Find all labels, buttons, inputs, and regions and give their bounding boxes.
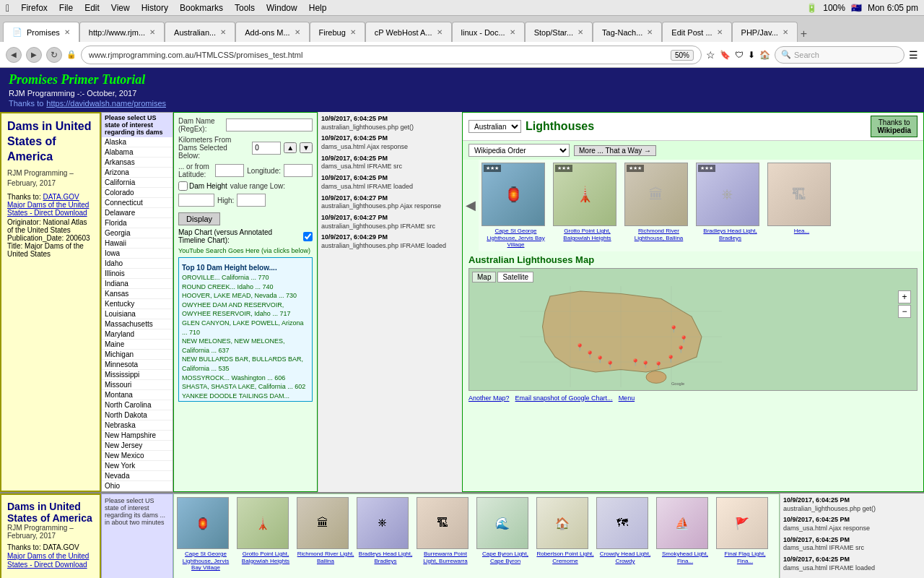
state-item-15[interactable]: Kansas [102, 289, 173, 299]
thumb-label-1[interactable]: Grotto Point Light, Balgowlah Heights [553, 228, 622, 241]
download-icon[interactable]: ⬇ [748, 50, 755, 60]
bottom-thumb-label-6[interactable]: Robertson Point Light, Cremorne [536, 551, 594, 564]
map-footer-link-1[interactable]: Email snapshot of Google Chart... [515, 394, 613, 402]
tab-php[interactable]: PHP/Jav... ✕ [732, 22, 798, 42]
bottom-thumb-label-2[interactable]: Richmond River Light, Ballina [297, 551, 354, 564]
menu-history[interactable]: History [141, 3, 168, 13]
menu-firefox[interactable]: Firefox [21, 3, 48, 13]
menu-bookmarks[interactable]: Bookmarks [180, 3, 223, 13]
state-item-18[interactable]: Massachusetts [102, 319, 173, 329]
state-item-23[interactable]: Mississippi [102, 370, 173, 380]
map-tab-satellite[interactable]: Satellite [497, 272, 533, 282]
state-item-31[interactable]: New Mexico [102, 451, 173, 461]
datagov-link[interactable]: DATA.GOV Major Dams of the United States… [7, 193, 89, 217]
state-item-9[interactable]: Georgia [102, 228, 173, 238]
bottom-thumb-label-5[interactable]: Cape Byron Light, Cape Byron [476, 551, 534, 564]
tab-close-0[interactable]: ✕ [64, 28, 70, 36]
state-item-1[interactable]: Alabama [102, 147, 173, 158]
thumb-label-2[interactable]: Richmond River Lighthouse, Ballina [624, 228, 693, 241]
km-down-btn[interactable]: ▼ [300, 142, 313, 153]
map-footer-link-2[interactable]: Menu [619, 394, 635, 402]
state-item-27[interactable]: North Dakota [102, 410, 173, 420]
height-high-input[interactable] [237, 194, 266, 207]
bottom-thumb-label-8[interactable]: Smokyhead Light, Fina... [656, 551, 714, 564]
search-bar[interactable]: 🔍 Search [775, 46, 905, 64]
tab-close-9[interactable]: ✕ [717, 28, 723, 36]
menu-view[interactable]: View [111, 3, 130, 13]
state-item-19[interactable]: Maryland [102, 329, 173, 340]
tab-close-8[interactable]: ✕ [647, 28, 653, 36]
country-dropdown[interactable]: Australian [468, 120, 521, 133]
state-item-3[interactable]: Arizona [102, 168, 173, 178]
tab-addons[interactable]: Add-ons M... ✕ [235, 22, 309, 42]
lat-input[interactable] [215, 164, 244, 177]
thumb-prev-btn[interactable]: ◀ [463, 197, 479, 213]
state-item-0[interactable]: Alaska [102, 137, 173, 147]
state-item-25[interactable]: Montana [102, 390, 173, 400]
bottom-thumb-label-4[interactable]: Burrewarra Point Light, Burrewarra [417, 551, 474, 564]
tab-close-4[interactable]: ✕ [350, 28, 356, 36]
tab-stop[interactable]: Stop/Star... ✕ [525, 22, 593, 42]
tab-edit[interactable]: Edit Post ... ✕ [662, 22, 731, 42]
url-bar[interactable]: www.rjmprogramming.com.au/HTMLCSS/promis… [81, 46, 702, 64]
state-item-24[interactable]: Missouri [102, 380, 173, 390]
menu-tools[interactable]: Tools [235, 3, 255, 13]
state-item-33[interactable]: Nevada [102, 471, 173, 481]
state-item-4[interactable]: California [102, 178, 173, 188]
height-low-input[interactable] [178, 194, 214, 207]
map-zoom-in[interactable]: + [898, 290, 911, 303]
tab-firebug[interactable]: Firebug ✕ [310, 22, 365, 42]
map-footer-link-0[interactable]: Another Map? [468, 394, 510, 402]
height-checkbox[interactable] [178, 181, 188, 191]
state-item-20[interactable]: Maine [102, 340, 173, 350]
state-item-29[interactable]: New Hampshire [102, 431, 173, 441]
state-item-13[interactable]: Illinois [102, 269, 173, 279]
state-item-16[interactable]: Kentucky [102, 299, 173, 309]
new-tab-button[interactable]: + [798, 27, 810, 40]
tab-promises[interactable]: 📄 Promises ✕ [3, 22, 79, 42]
map-zoom-out[interactable]: − [898, 305, 911, 318]
state-item-30[interactable]: New Jersey [102, 441, 173, 451]
more-button[interactable]: More ... That a Way → [574, 145, 656, 156]
km-input[interactable] [252, 142, 281, 155]
tab-tag[interactable]: Tag-Nach... ✕ [593, 22, 662, 42]
menu-edit[interactable]: Edit [84, 3, 100, 13]
dam-name-input[interactable] [226, 118, 313, 131]
state-item-32[interactable]: New York [102, 461, 173, 471]
state-item-11[interactable]: Iowa [102, 249, 173, 259]
state-item-2[interactable]: Arkansas [102, 158, 173, 168]
state-item-22[interactable]: Minnesota [102, 360, 173, 370]
state-item-8[interactable]: Florida [102, 218, 173, 228]
tab-close-6[interactable]: ✕ [510, 28, 515, 36]
tab-close-7[interactable]: ✕ [578, 28, 583, 36]
km-up-btn[interactable]: ▲ [284, 142, 297, 153]
menu-help[interactable]: Help [309, 3, 327, 13]
state-item-10[interactable]: Hawaii [102, 238, 173, 249]
shield-icon[interactable]: 🛡 [735, 50, 744, 60]
bottom-thumb-label-0[interactable]: Cape St George Lighthouse, Jervis Bay Vi… [177, 551, 235, 571]
state-item-12[interactable]: Idaho [102, 259, 173, 269]
thumb-label-3[interactable]: Bradleys Head Light, Bradleys [696, 228, 764, 241]
tab-close-10[interactable]: ✕ [783, 28, 788, 36]
tab-close-3[interactable]: ✕ [295, 28, 300, 36]
map-chart-checkbox[interactable] [303, 232, 313, 241]
order-dropdown[interactable]: Wikipedia Order [468, 144, 570, 157]
state-item-6[interactable]: Connecticut [102, 198, 173, 208]
bottom-thumb-label-1[interactable]: Grotto Point Light, Balgowlah Heights [237, 551, 295, 564]
tab-close-5[interactable]: ✕ [437, 28, 443, 36]
state-item-21[interactable]: Michigan [102, 350, 173, 360]
state-item-5[interactable]: Colorado [102, 188, 173, 198]
home-icon[interactable]: 🏠 [759, 50, 770, 60]
display-button[interactable]: Display [178, 212, 220, 225]
tab-cpwebhost[interactable]: cP WebHost A... ✕ [365, 22, 452, 42]
tab-rjm[interactable]: http://www.rjm... ✕ [79, 22, 165, 42]
settings-icon[interactable]: ☰ [909, 49, 918, 61]
thumb-label-4[interactable]: Hea... [767, 228, 836, 235]
tab-close-2[interactable]: ✕ [220, 28, 226, 36]
thanks-link[interactable]: https://davidwalsh.name/promises [46, 99, 166, 108]
refresh-button[interactable]: ↻ [46, 47, 62, 63]
tab-close-1[interactable]: ✕ [149, 28, 155, 36]
apple-menu[interactable]:  [6, 2, 9, 14]
menu-window[interactable]: Window [266, 3, 297, 13]
back-button[interactable]: ◀ [6, 47, 22, 63]
